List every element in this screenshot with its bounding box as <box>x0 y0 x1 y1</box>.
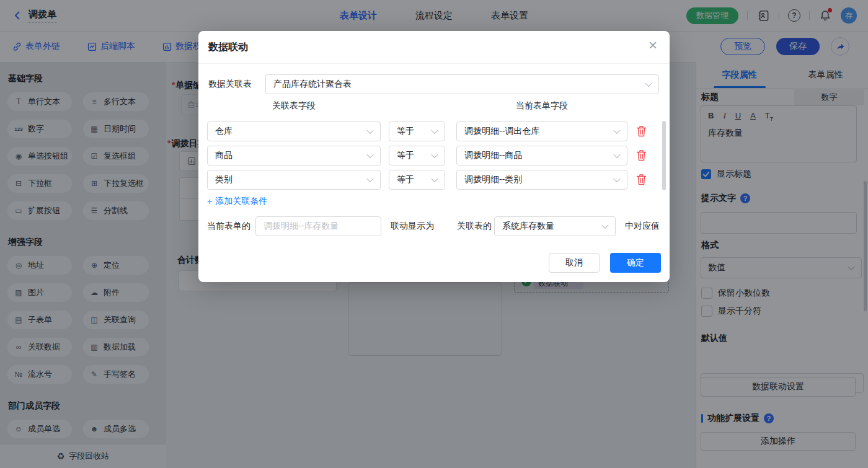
chevron-down-icon <box>366 127 373 134</box>
app-window: 调拨单 表单设计 流程设定 表单设置 数据管理 ? 存 <box>0 0 868 468</box>
related-table-label: 关联表的 <box>457 221 492 232</box>
column-header-right: 当前表单字段 <box>456 100 627 112</box>
linked-field-select[interactable]: 类别 <box>207 170 381 190</box>
column-header-left: 关联表字段 <box>207 100 381 112</box>
data-linkage-modal: 数据联动 × 数据关联表 产品库存统计聚合表 关联表字段 当前表单字段 仓库 等… <box>198 31 670 282</box>
confirm-button[interactable]: 确定 <box>610 253 661 273</box>
chevron-down-icon <box>601 222 608 229</box>
chevron-down-icon <box>431 151 438 158</box>
close-icon[interactable]: × <box>649 38 657 53</box>
linked-table-select[interactable]: 产品库存统计聚合表 <box>265 74 659 94</box>
current-field-select[interactable]: 调拨明细--商品 <box>456 146 627 166</box>
current-field-select[interactable]: 调拨明细--调出仓库 <box>456 121 627 141</box>
chevron-down-icon <box>431 127 438 134</box>
chevron-down-icon <box>613 175 620 182</box>
add-condition-link[interactable]: + 添加关联条件 <box>207 196 267 207</box>
link-display-label: 联动显示为 <box>391 221 434 232</box>
chevron-down-icon <box>613 151 620 158</box>
modal-scrollbar[interactable] <box>662 121 666 190</box>
chevron-down-icon <box>366 175 373 182</box>
chevron-down-icon <box>645 80 652 87</box>
cancel-button[interactable]: 取消 <box>549 253 600 273</box>
suffix-label: 中对应值 <box>625 221 660 232</box>
delete-row-icon[interactable] <box>636 149 647 161</box>
linked-table-label: 数据关联表 <box>208 79 252 90</box>
current-form-field-input[interactable]: 调拨明细--库存数量 <box>255 216 381 236</box>
add-condition-label: 添加关联条件 <box>215 196 267 207</box>
current-form-label: 当前表单的 <box>207 221 250 232</box>
delete-row-icon[interactable] <box>636 174 647 185</box>
operator-select[interactable]: 等于 <box>389 170 445 190</box>
modal-title: 数据联动 <box>208 41 248 54</box>
operator-select[interactable]: 等于 <box>389 146 445 166</box>
related-field-select[interactable]: 系统库存数量 <box>494 216 616 236</box>
linked-field-select[interactable]: 仓库 <box>207 121 381 141</box>
linked-field-select[interactable]: 商品 <box>207 146 381 166</box>
plus-icon: + <box>207 196 212 206</box>
chevron-down-icon <box>613 127 620 134</box>
chevron-down-icon <box>431 175 438 182</box>
delete-row-icon[interactable] <box>636 125 647 137</box>
modal-header: 数据联动 × <box>198 31 670 64</box>
current-field-select[interactable]: 调拨明细--类别 <box>456 170 627 190</box>
chevron-down-icon <box>366 151 373 158</box>
operator-select[interactable]: 等于 <box>389 121 445 141</box>
